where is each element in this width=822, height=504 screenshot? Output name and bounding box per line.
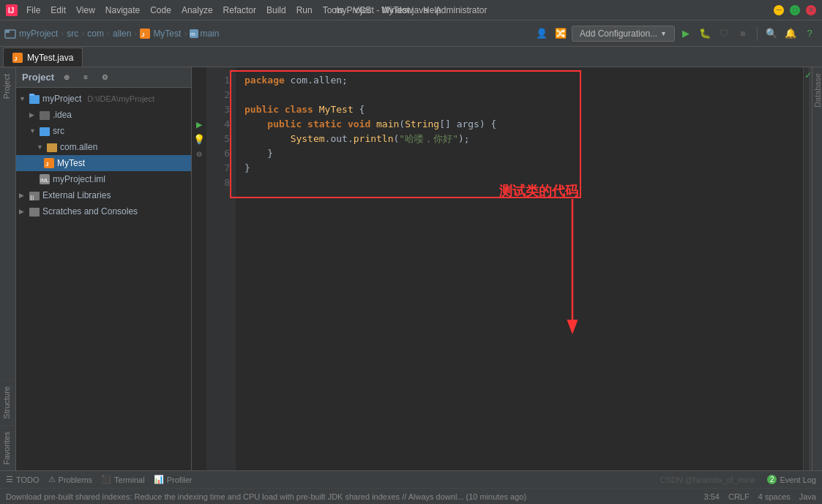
tree-iml[interactable]: ▶ IML myProject.iml: [16, 171, 191, 187]
add-config-dropdown-icon: ▼: [660, 30, 667, 37]
breadcrumb-main[interactable]: main: [200, 29, 219, 39]
tree-comallen[interactable]: ▼ com.allen: [16, 139, 191, 155]
run-with-coverage-button[interactable]: 🛡: [716, 26, 732, 42]
gutter-3: [192, 102, 206, 117]
svg-text:|||: |||: [30, 195, 34, 200]
close-button[interactable]: ✕: [806, 5, 816, 15]
project-panel: Project ⊕ ≡ ⚙ ▼ myProject D:\IDEA\myProj…: [16, 67, 192, 470]
cursor-position[interactable]: 3:54: [704, 492, 720, 501]
indent-size[interactable]: 4 spaces: [758, 492, 791, 501]
breadcrumb-project[interactable]: myProject: [19, 29, 58, 39]
left-panel-tabs: Project Structure Favorites: [0, 67, 16, 470]
add-configuration-button[interactable]: Add Configuration... ▼: [572, 26, 675, 42]
tree-mytest[interactable]: J MyTest: [16, 155, 191, 171]
tab-java-icon: J: [12, 53, 23, 63]
menu-file[interactable]: File: [22, 4, 45, 17]
menu-view[interactable]: View: [72, 4, 100, 17]
tree-src[interactable]: ▼ src: [16, 123, 191, 139]
menu-analyze[interactable]: Analyze: [177, 4, 217, 17]
menu-build[interactable]: Build: [262, 4, 291, 17]
breadcrumb-com[interactable]: com: [87, 29, 104, 39]
database-tab[interactable]: Database: [813, 73, 822, 108]
user-button[interactable]: 👤: [534, 26, 550, 42]
project-settings-button[interactable]: ⚙: [97, 69, 113, 86]
bottom-bar: ☰ TODO ⚠ Problems ⬛ Terminal 📊 Profiler …: [0, 470, 822, 488]
no-errors-indicator: ✓: [804, 70, 812, 80]
svg-rect-13: [40, 127, 50, 136]
profiler-button[interactable]: 📊 Profiler: [154, 475, 193, 484]
problems-label: Problems: [59, 475, 92, 484]
code-editor[interactable]: package com.allen; public class MyTest {…: [236, 67, 803, 470]
scope-button[interactable]: ⊕: [59, 69, 75, 86]
run-button[interactable]: ▶: [678, 26, 694, 42]
terminal-button[interactable]: ⬛ Terminal: [101, 475, 145, 484]
minimize-button[interactable]: ─: [774, 5, 784, 15]
kw-class: class: [285, 102, 313, 117]
status-right: 3:54 CRLF 4 spaces Java: [704, 492, 816, 501]
svg-rect-14: [47, 143, 57, 152]
line-separator[interactable]: CRLF: [728, 492, 750, 501]
tree-scratches-label: Scratches and Consoles: [42, 206, 138, 217]
tree-scratches[interactable]: ▶ Scratches and Consoles: [16, 203, 191, 219]
problems-icon: ⚠: [48, 475, 56, 484]
src-folder-icon: [40, 126, 50, 136]
run-gutter-icon[interactable]: ▶: [196, 120, 202, 129]
menu-refactor[interactable]: Refactor: [219, 4, 261, 17]
menu-run[interactable]: Run: [292, 4, 317, 17]
menu-navigate[interactable]: Navigate: [101, 4, 144, 17]
tree-idea[interactable]: ▶ .idea: [16, 107, 191, 123]
menu-edit[interactable]: Edit: [46, 4, 70, 17]
search-button[interactable]: 🔍: [763, 26, 780, 42]
line-num-4: 4: [206, 117, 236, 132]
toolbar-separator: [757, 26, 758, 41]
line-num-6: 6: [206, 146, 236, 161]
scrollbar-indicator: ✓: [809, 67, 812, 470]
svg-rect-3: [5, 30, 10, 33]
favorites-tab[interactable]: Favorites: [0, 425, 15, 470]
svg-rect-10: [29, 95, 40, 104]
kw-package: package: [244, 73, 285, 88]
gutter-5: 💡: [192, 132, 206, 146]
notification-button[interactable]: 🔔: [782, 26, 799, 42]
app-logo-icon: IJ: [6, 4, 18, 16]
problems-button[interactable]: ⚠ Problems: [48, 475, 92, 484]
line-num-2: 2: [206, 88, 236, 102]
terminal-icon: ⬛: [101, 475, 111, 484]
breadcrumb-mytest[interactable]: MyTest: [153, 29, 181, 39]
tree-root[interactable]: ▼ myProject D:\IDEA\myProject: [16, 91, 191, 107]
code-line-1: package com.allen;: [244, 73, 803, 88]
fold-gutter-6[interactable]: ⊖: [196, 150, 202, 158]
collapse-all-button[interactable]: ≡: [78, 69, 94, 86]
tree-ext-libs[interactable]: ▶ ||| External Libraries: [16, 187, 191, 203]
stop-button[interactable]: ■: [735, 26, 751, 42]
svg-rect-11: [29, 94, 34, 96]
breadcrumb-src[interactable]: src: [67, 29, 78, 39]
help-button[interactable]: ?: [802, 26, 818, 42]
menu-code[interactable]: Code: [146, 4, 176, 17]
gutter-6: ⊖: [192, 146, 206, 161]
status-message: Download pre-built shared indexes: Reduc…: [6, 492, 704, 501]
project-tab[interactable]: Project: [0, 67, 15, 105]
structure-tab[interactable]: Structure: [0, 380, 15, 425]
vcs-button[interactable]: 🔀: [553, 26, 569, 42]
debug-button[interactable]: 🐛: [697, 26, 713, 42]
todo-button[interactable]: ☰ TODO: [6, 475, 40, 484]
main-toolbar: myProject › src › com › allen › J MyTest…: [0, 20, 822, 47]
java-file-icon: J: [140, 29, 150, 39]
code-line-6: }: [244, 146, 803, 161]
tree-src-label: src: [53, 126, 64, 136]
breadcrumb-allen[interactable]: allen: [113, 29, 131, 39]
tab-mytest[interactable]: J MyTest.java: [3, 48, 83, 67]
bulb-gutter-icon[interactable]: 💡: [193, 134, 205, 145]
file-type[interactable]: Java: [799, 492, 816, 501]
event-log-label: Event Log: [780, 475, 816, 484]
event-log-button[interactable]: 2 Event Log: [767, 475, 816, 484]
scrollbar-track[interactable]: ✓: [803, 67, 812, 470]
title-bar: IJ File Edit View Navigate Code Analyze …: [0, 0, 822, 20]
ty-1: com.allen;: [285, 73, 348, 88]
code-content: ▶ 💡 ⊖ 1 2 3 4 5 6 7 8: [192, 67, 812, 470]
cn-string: String: [405, 117, 439, 132]
project-panel-header: Project ⊕ ≡ ⚙: [16, 67, 191, 88]
line-numbers: 1 2 3 4 5 6 7 8: [206, 67, 236, 470]
maximize-button[interactable]: □: [790, 5, 800, 15]
